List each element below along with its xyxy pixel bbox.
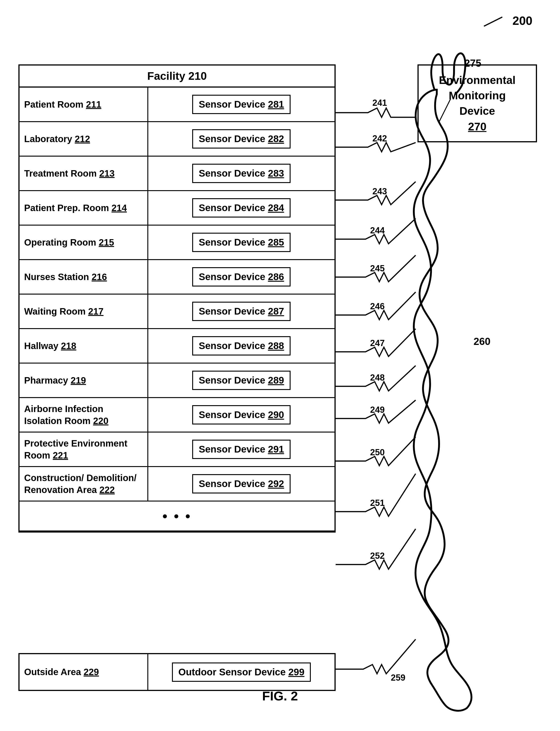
sensor-cell-286: Sensor Device 286: [148, 260, 334, 294]
room-patient-room: Patient Room 211: [20, 88, 148, 121]
sensor-device-289: Sensor Device 289: [192, 371, 290, 390]
svg-text:247: 247: [370, 338, 385, 348]
env-monitoring-device: EnvironmentalMonitoringDevice 270: [417, 64, 537, 142]
svg-line-0: [484, 17, 502, 26]
svg-text:260: 260: [474, 336, 490, 347]
svg-text:244: 244: [370, 226, 385, 235]
svg-text:249: 249: [370, 405, 385, 415]
facility-title: Facility 210: [20, 66, 334, 88]
connection-line-251: 251: [336, 474, 416, 516]
sensor-device-287: Sensor Device 287: [192, 302, 290, 321]
sensor-cell-289: Sensor Device 289: [148, 364, 334, 397]
sensor-cell-281: Sensor Device 281: [148, 88, 334, 121]
facility-row-11: Protective Environment Room 221 Sensor D…: [20, 433, 334, 467]
room-treatment-room: Treatment Room 213: [20, 157, 148, 190]
connection-line-246: 246: [336, 292, 416, 320]
room-waiting-room: Waiting Room 217: [20, 295, 148, 328]
svg-text:245: 245: [370, 264, 385, 273]
facility-row-5: Operating Room 215 Sensor Device 285: [20, 226, 334, 260]
room-nurses-station: Nurses Station 216: [20, 260, 148, 294]
room-operating-room: Operating Room 215: [20, 226, 148, 259]
continuation-dots: • • •: [20, 502, 334, 531]
facility-row-6: Nurses Station 216 Sensor Device 286: [20, 260, 334, 295]
outdoor-sensor-device-299: Outdoor Sensor Device 299: [172, 662, 311, 682]
svg-text:248: 248: [370, 373, 385, 382]
connection-line-250: 250: [336, 437, 416, 466]
sensor-device-285: Sensor Device 285: [192, 233, 290, 252]
sensor-cell-283: Sensor Device 283: [148, 157, 334, 190]
sensor-cell-282: Sensor Device 282: [148, 122, 334, 156]
room-protective: Protective Environment Room 221: [20, 433, 148, 466]
sensor-device-281: Sensor Device 281: [192, 95, 290, 114]
sensor-cell-285: Sensor Device 285: [148, 226, 334, 259]
sensor-device-283: Sensor Device 283: [192, 164, 290, 183]
room-pharmacy: Pharmacy 219: [20, 364, 148, 397]
sensor-device-291: Sensor Device 291: [192, 440, 290, 459]
sensor-cell-288: Sensor Device 288: [148, 329, 334, 363]
figure-caption: FIG. 2: [262, 688, 298, 703]
facility-row-2: Laboratory 212 Sensor Device 282: [20, 122, 334, 157]
room-airborne: Airborne Infection Isolation Room 220: [20, 398, 148, 432]
facility-row-3: Treatment Room 213 Sensor Device 283: [20, 157, 334, 191]
facility-row-4: Patient Prep. Room 214 Sensor Device 284: [20, 191, 334, 226]
outside-area-box: Outside Area 229 Outdoor Sensor Device 2…: [18, 653, 336, 691]
facility-row-8: Hallway 218 Sensor Device 288: [20, 329, 334, 364]
facility-row-1: Patient Room 211 Sensor Device 281: [20, 88, 334, 122]
connection-line-247: 247: [336, 329, 416, 356]
sensor-device-288: Sensor Device 288: [192, 336, 290, 355]
sensor-device-282: Sensor Device 282: [192, 129, 290, 149]
sensor-device-292: Sensor Device 292: [192, 474, 290, 493]
sensor-cell-291: Sensor Device 291: [148, 433, 334, 466]
connection-line-243: 243: [336, 182, 416, 205]
room-patient-prep: Patient Prep. Room 214: [20, 191, 148, 225]
svg-text:250: 250: [370, 447, 385, 457]
svg-text:246: 246: [370, 301, 385, 311]
connection-line-259: 259: [336, 639, 416, 682]
connection-line-241: 241: [336, 98, 416, 117]
sensor-device-286: Sensor Device 286: [192, 267, 290, 287]
connection-line-242: 242: [336, 134, 416, 152]
facility-row-7: Waiting Room 217 Sensor Device 287: [20, 295, 334, 329]
svg-text:243: 243: [372, 186, 387, 196]
sensor-cell-287: Sensor Device 287: [148, 295, 334, 328]
svg-text:259: 259: [391, 673, 405, 682]
room-hallway: Hallway 218: [20, 329, 148, 363]
svg-text:242: 242: [372, 134, 387, 143]
sensor-cell-290: Sensor Device 290: [148, 398, 334, 432]
room-laboratory: Laboratory 212: [20, 122, 148, 156]
sensor-cell-292: Sensor Device 292: [148, 467, 334, 501]
connection-line-252: 252: [336, 529, 416, 569]
sensor-cell-284: Sensor Device 284: [148, 191, 334, 225]
sensor-cell-299: Outdoor Sensor Device 299: [148, 654, 334, 690]
facility-row-12: Construction/ Demolition/ Renovation Are…: [20, 467, 334, 502]
connection-line-245: 245: [336, 255, 416, 282]
room-construction: Construction/ Demolition/ Renovation Are…: [20, 467, 148, 501]
sensor-device-284: Sensor Device 284: [192, 198, 290, 218]
svg-text:251: 251: [370, 498, 385, 508]
svg-text:241: 241: [372, 98, 387, 108]
env-device-number: 270: [468, 120, 486, 133]
facility-row-9: Pharmacy 219 Sensor Device 289: [20, 364, 334, 398]
facility-box: Facility 210 Patient Room 211 Sensor Dev…: [18, 64, 336, 533]
connection-line-244: 244: [336, 218, 416, 244]
connection-line-249: 249: [336, 400, 416, 423]
room-outside-area: Outside Area 229: [20, 654, 148, 690]
sensor-device-290: Sensor Device 290: [192, 405, 290, 424]
figure-number: 200: [482, 14, 532, 29]
facility-row-10: Airborne Infection Isolation Room 220 Se…: [20, 398, 334, 433]
svg-text:252: 252: [370, 551, 385, 561]
connection-line-248: 248: [336, 366, 416, 391]
